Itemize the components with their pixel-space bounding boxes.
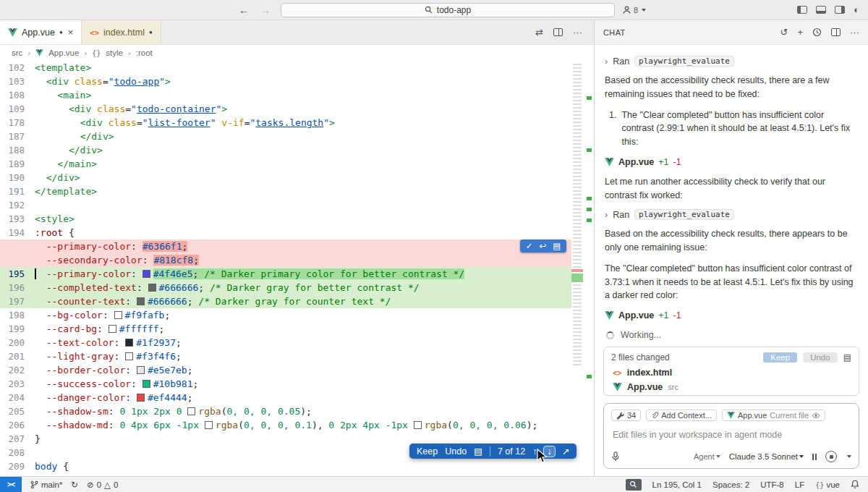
code-line[interactable]: 199 --card-bg: #ffffff; xyxy=(0,322,571,336)
keep-button[interactable]: Keep xyxy=(417,446,438,457)
account-menu[interactable]: 8 xyxy=(622,5,646,14)
eol-indicator[interactable]: LF xyxy=(795,480,804,489)
code-line[interactable]: 206 --shadow-md: 0 4px 6px -1px rgba(0, … xyxy=(0,418,571,432)
color-swatch-icon[interactable] xyxy=(148,284,156,292)
open-to-side-icon[interactable]: ↗ xyxy=(562,446,569,457)
breadcrumb-section[interactable]: style xyxy=(106,48,123,57)
pause-button[interactable] xyxy=(812,454,817,460)
changed-file-row[interactable]: App.vue src xyxy=(604,381,859,395)
code-line[interactable]: 200 --text-color: #1f2937; xyxy=(0,336,571,349)
mic-icon[interactable] xyxy=(611,451,620,462)
breadcrumb-file[interactable]: App.vue xyxy=(48,48,79,57)
line-number[interactable]: 207 xyxy=(0,432,35,446)
toggle-sidebar-icon[interactable] xyxy=(797,6,807,14)
line-number[interactable]: 195 xyxy=(0,267,35,281)
nav-back-icon[interactable]: ← xyxy=(239,4,249,16)
color-swatch-icon[interactable] xyxy=(142,270,150,278)
remote-indicator[interactable]: >< xyxy=(0,477,22,492)
line-number[interactable]: 204 xyxy=(0,391,35,404)
color-swatch-icon[interactable] xyxy=(137,366,145,374)
close-icon[interactable]: × xyxy=(68,27,74,38)
code-line[interactable]: 108 <main> xyxy=(0,88,571,102)
code-line[interactable]: 103 <div class="todo-app"> xyxy=(0,75,571,88)
line-number[interactable]: 202 xyxy=(0,363,35,377)
code-line[interactable]: 194:root { xyxy=(0,226,571,239)
problems-indicator[interactable]: ⊘ 0 △ 0 xyxy=(87,480,118,490)
color-swatch-icon[interactable] xyxy=(142,380,150,388)
chat-input[interactable]: Edit files in your workspace in agent mo… xyxy=(613,430,850,440)
line-number[interactable]: 197 xyxy=(0,294,35,308)
code-line[interactable]: 198 --bg-color: #f9fafb; xyxy=(0,308,571,322)
line-number[interactable]: 206 xyxy=(0,418,35,432)
code-line[interactable]: 188 </div> xyxy=(0,143,571,157)
code-line[interactable]: 196 --completed-text: #666666; /* Darker… xyxy=(0,281,571,294)
bell-icon[interactable] xyxy=(851,480,859,489)
more-actions-icon[interactable]: ··· xyxy=(573,27,582,38)
code-line[interactable]: 195 --primary-color: #4f46e5; /* Darker … xyxy=(0,267,571,281)
encoding[interactable]: UTF-8 xyxy=(760,480,784,489)
stop-button[interactable] xyxy=(825,451,837,462)
branch-indicator[interactable]: main* xyxy=(30,480,62,489)
code-line[interactable]: 205 --shadow-sm: 0 1px 2px 0 rgba(0, 0, … xyxy=(0,404,571,418)
toggle-secondary-sidebar-icon[interactable] xyxy=(835,6,845,14)
color-swatch-icon[interactable] xyxy=(125,339,133,347)
undo-all-button[interactable]: Undo xyxy=(803,352,838,362)
customize-layout-icon[interactable]: ◐ xyxy=(854,4,859,15)
add-context-button[interactable]: Add Context... xyxy=(646,410,717,421)
tool-call-row[interactable]: ›Ranplaywright_evaluate xyxy=(605,56,858,67)
line-number[interactable]: 178 xyxy=(0,116,35,130)
color-swatch-icon[interactable] xyxy=(187,407,195,415)
current-file-chip[interactable]: App.vue Current file xyxy=(722,410,825,421)
line-number[interactable]: 192 xyxy=(0,198,35,212)
code-line[interactable]: 202 --border-color: #e5e7eb; xyxy=(0,363,571,377)
cursor-position[interactable]: Ln 195, Col 1 xyxy=(652,480,702,489)
code-line[interactable]: --secondary-color: #818cf8; xyxy=(0,253,571,267)
line-number[interactable]: 200 xyxy=(0,336,35,349)
edited-file-chip[interactable]: App.vue+1-1 xyxy=(605,157,858,167)
line-number[interactable]: 203 xyxy=(0,377,35,391)
line-number[interactable]: 208 xyxy=(0,446,35,459)
code-line[interactable]: 192 xyxy=(0,198,571,212)
diff-file-icon[interactable]: ▤ xyxy=(474,446,482,457)
code-line[interactable]: 204 --danger-color: #ef4444; xyxy=(0,391,571,404)
tools-indicator[interactable]: 34 xyxy=(611,410,641,421)
tab-app-vue[interactable]: App.vue ● × xyxy=(0,20,82,44)
open-changes-icon[interactable]: ⇄ xyxy=(535,27,543,38)
code-line[interactable]: 190 </div> xyxy=(0,171,571,184)
keep-all-button[interactable]: Keep xyxy=(763,352,797,362)
line-number[interactable]: 103 xyxy=(0,75,35,88)
code-editor[interactable]: 102<template>103 <div class="todo-app">1… xyxy=(0,61,594,476)
code-line[interactable]: 203 --success-color: #10b981; xyxy=(0,377,571,391)
code-line[interactable]: 187 </div> xyxy=(0,130,571,143)
code-line[interactable]: 189 </main> xyxy=(0,157,571,171)
indentation[interactable]: Spaces: 2 xyxy=(712,480,749,489)
minimap[interactable] xyxy=(571,61,584,476)
discard-change-icon[interactable]: ↩ xyxy=(539,241,546,251)
color-swatch-icon[interactable] xyxy=(109,325,116,333)
line-number[interactable]: 190 xyxy=(0,171,35,184)
line-number[interactable]: 199 xyxy=(0,322,35,336)
language-mode[interactable]: {} vue xyxy=(815,480,840,489)
line-number[interactable]: 201 xyxy=(0,349,35,363)
edited-file-chip[interactable]: App.vue+1-1 xyxy=(605,310,858,321)
tab-index-html[interactable]: <> index.html ● xyxy=(82,20,161,44)
line-number[interactable] xyxy=(0,253,35,267)
line-number[interactable]: 194 xyxy=(0,226,35,239)
view-diff-icon[interactable]: ▤ xyxy=(843,352,851,362)
chevron-down-icon[interactable] xyxy=(847,455,851,458)
undo-edits-icon[interactable]: ↺ xyxy=(780,27,788,38)
breadcrumb-selector[interactable]: :root xyxy=(136,48,153,57)
color-swatch-icon[interactable] xyxy=(114,311,122,319)
line-number[interactable]: 187 xyxy=(0,130,35,143)
line-number[interactable]: 102 xyxy=(0,61,35,75)
sync-button[interactable]: ↻ xyxy=(71,480,78,490)
line-number[interactable]: 198 xyxy=(0,308,35,322)
code-line[interactable]: --primary-color: #6366f1; xyxy=(0,239,571,253)
mode-picker[interactable]: Agent xyxy=(694,452,720,461)
line-number[interactable]: 189 xyxy=(0,157,35,171)
nav-forward-icon[interactable]: → xyxy=(260,4,271,16)
line-number[interactable]: 109 xyxy=(0,102,35,116)
color-swatch-icon[interactable] xyxy=(137,297,145,305)
line-number[interactable]: 108 xyxy=(0,88,35,102)
code-line[interactable]: 109 <div class="todo-container"> xyxy=(0,102,571,116)
